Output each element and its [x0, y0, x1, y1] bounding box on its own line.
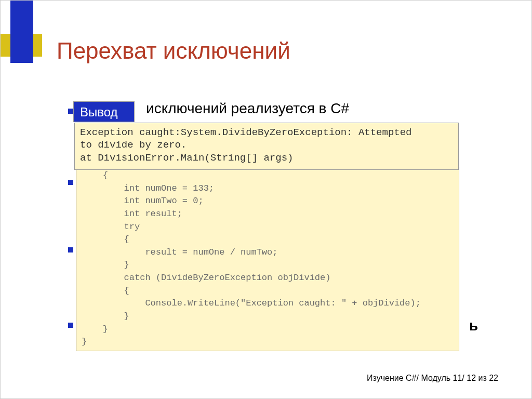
bullet-marker	[68, 247, 73, 252]
decor-blue-rect	[10, 1, 33, 63]
output-label: Вывод	[73, 101, 135, 122]
slide: Перехват исключений исключений реализует…	[0, 0, 532, 399]
bullet-text: исключений реализуется в C#	[146, 100, 468, 117]
overflow-char: ь	[469, 317, 478, 334]
output-box: Exception caught:System.DivideByZeroExce…	[74, 123, 459, 170]
slide-footer: Изучение C#/ Модуль 11/ 12 из 22	[367, 374, 498, 383]
bullet-marker	[68, 109, 73, 114]
bullet-marker	[68, 323, 73, 328]
slide-title: Перехват исключений	[57, 38, 290, 64]
code-box: { int numOne = 133; int numTwo = 0; int …	[76, 167, 459, 351]
bullet-marker	[68, 180, 73, 185]
